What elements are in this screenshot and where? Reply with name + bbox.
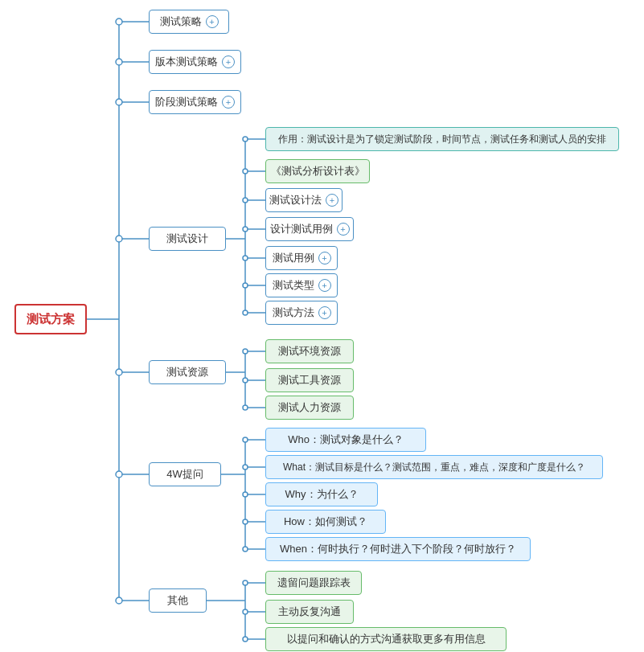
svg-point-13: [116, 597, 122, 604]
expand-icon-design-4[interactable]: +: [318, 252, 331, 264]
svg-point-12: [116, 471, 122, 478]
l2-node-design-6[interactable]: 测试方法 +: [265, 301, 338, 325]
l2-node-res-0[interactable]: 测试环境资源: [265, 339, 354, 363]
l2-label-design-6: 测试方法: [273, 305, 314, 320]
l2-label-4w-4: When：何时执行？何时进入下个阶段？何时放行？: [280, 542, 516, 556]
expand-icon-2[interactable]: +: [222, 96, 235, 109]
l2-node-other-0[interactable]: 遗留问题跟踪表: [265, 571, 362, 595]
svg-point-23: [243, 137, 248, 141]
root-label: 测试方案: [27, 312, 75, 327]
expand-icon-1[interactable]: +: [222, 55, 235, 68]
svg-point-29: [243, 310, 248, 315]
svg-point-48: [243, 519, 248, 524]
l1-label-5: 4W提问: [166, 467, 203, 482]
l2-node-4w-1[interactable]: What：测试目标是什么？测试范围，重点，难点，深度和广度是什么？: [265, 455, 603, 479]
l2-label-4w-3: How：如何测试？: [284, 515, 367, 529]
svg-point-27: [243, 256, 248, 260]
expand-icon-design-3[interactable]: +: [337, 223, 350, 236]
l2-label-design-4: 测试用例: [273, 251, 314, 265]
l1-node-6[interactable]: 其他: [149, 588, 207, 613]
l1-label-6: 其他: [167, 593, 188, 608]
svg-point-8: [116, 59, 122, 65]
l1-node-5[interactable]: 4W提问: [149, 462, 221, 486]
l2-node-other-2[interactable]: 以提问和确认的方式沟通获取更多有用信息: [265, 627, 507, 651]
l2-label-4w-1: What：测试目标是什么？测试范围，重点，难点，深度和广度是什么？: [283, 461, 585, 474]
l2-node-4w-4[interactable]: When：何时执行？何时进入下个阶段？何时放行？: [265, 537, 531, 561]
svg-point-11: [116, 369, 122, 375]
svg-point-56: [243, 609, 248, 614]
l2-label-design-3: 设计测试用例: [270, 222, 333, 236]
svg-point-35: [243, 349, 248, 354]
svg-point-36: [243, 378, 248, 383]
l1-label-3: 测试设计: [166, 232, 208, 246]
svg-point-47: [243, 492, 248, 497]
svg-point-28: [243, 283, 248, 288]
l2-node-design-4[interactable]: 测试用例 +: [265, 246, 338, 270]
l2-node-4w-3[interactable]: How：如何测试？: [265, 510, 386, 534]
l2-label-res-0: 测试环境资源: [278, 344, 341, 359]
svg-point-26: [243, 227, 248, 232]
expand-icon-design-5[interactable]: +: [318, 279, 331, 292]
l1-label-1: 版本测试策略: [155, 55, 218, 69]
l1-node-2[interactable]: 阶段测试策略 +: [149, 90, 241, 114]
l2-node-design-3[interactable]: 设计测试用例 +: [265, 217, 354, 241]
l2-label-design-0: 作用：测试设计是为了锁定测试阶段，时间节点，测试任务和测试人员的安排: [278, 133, 606, 146]
root-node: 测试方案: [14, 304, 87, 334]
svg-point-46: [243, 465, 248, 470]
l2-node-design-0: 作用：测试设计是为了锁定测试阶段，时间节点，测试任务和测试人员的安排: [265, 127, 619, 151]
expand-icon-design-2[interactable]: +: [326, 194, 338, 207]
l2-label-res-1: 测试工具资源: [278, 373, 341, 388]
svg-point-24: [243, 169, 248, 174]
l2-node-res-1[interactable]: 测试工具资源: [265, 368, 354, 392]
l2-node-4w-0[interactable]: Who：测试对象是什么？: [265, 428, 426, 452]
l1-node-3[interactable]: 测试设计: [149, 227, 226, 251]
svg-point-45: [243, 437, 248, 442]
l1-node-4[interactable]: 测试资源: [149, 360, 226, 384]
l1-label-0: 测试策略: [160, 14, 202, 29]
l1-label-2: 阶段测试策略: [155, 95, 218, 109]
mindmap-container: 测试方案 测试策略 + 版本测试策略 + 阶段测试策略 + 测试设计 测试资源 …: [0, 0, 644, 652]
svg-point-25: [243, 198, 248, 203]
svg-point-55: [243, 580, 248, 585]
expand-icon-design-6[interactable]: +: [318, 306, 331, 319]
svg-point-37: [243, 405, 248, 410]
l2-label-4w-2: Why：为什么？: [285, 487, 359, 502]
l2-label-res-2: 测试人力资源: [278, 400, 341, 415]
l1-node-1[interactable]: 版本测试策略 +: [149, 50, 241, 74]
l1-node-0[interactable]: 测试策略 +: [149, 10, 229, 34]
l2-label-design-1: 《测试分析设计表》: [271, 164, 365, 178]
l2-label-design-5: 测试类型: [273, 278, 314, 293]
l1-label-4: 测试资源: [166, 365, 208, 379]
svg-point-49: [243, 547, 248, 552]
expand-icon-0[interactable]: +: [206, 15, 219, 28]
l2-node-design-5[interactable]: 测试类型 +: [265, 273, 338, 297]
l2-label-design-2: 测试设计法: [269, 193, 322, 207]
l2-node-design-1[interactable]: 《测试分析设计表》: [265, 159, 370, 183]
svg-point-57: [243, 637, 248, 642]
l2-label-4w-0: Who：测试对象是什么？: [288, 433, 404, 447]
l2-node-design-2[interactable]: 测试设计法 +: [265, 188, 343, 212]
l2-node-other-1[interactable]: 主动反复沟通: [265, 600, 354, 624]
l2-label-other-0: 遗留问题跟踪表: [277, 576, 351, 590]
l2-label-other-1: 主动反复沟通: [278, 605, 341, 619]
svg-point-10: [116, 236, 122, 242]
l2-label-other-2: 以提问和确认的方式沟通获取更多有用信息: [287, 632, 486, 646]
svg-point-7: [116, 18, 122, 25]
l2-node-4w-2[interactable]: Why：为什么？: [265, 482, 378, 506]
svg-point-9: [116, 99, 122, 105]
l2-node-res-2[interactable]: 测试人力资源: [265, 396, 354, 420]
